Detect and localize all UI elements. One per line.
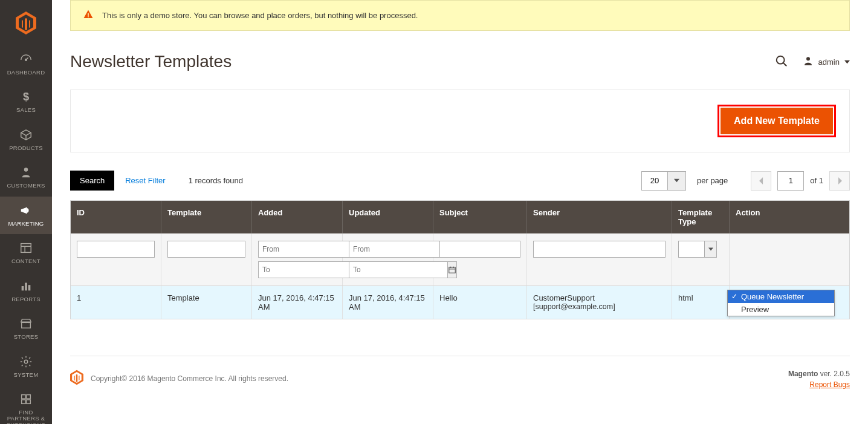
col-header-template[interactable]: Template (161, 201, 252, 233)
col-header-action: Action (730, 201, 849, 233)
svg-rect-12 (22, 400, 25, 403)
banner-text: This is only a demo store. You can brows… (102, 11, 418, 20)
nav-label: SYSTEM (14, 372, 39, 378)
demo-banner: This is only a demo store. You can brows… (70, 0, 850, 31)
nav-system[interactable]: SYSTEM (0, 348, 52, 385)
svg-rect-11 (27, 395, 30, 399)
gauge-icon (19, 53, 33, 66)
templates-grid: ID Template Added Updated Subject Sender… (70, 200, 850, 319)
sender-name: CustomerSupport (533, 293, 666, 302)
nav-label: REPORTS (11, 296, 40, 302)
storefront-icon (19, 317, 33, 330)
col-header-updated[interactable]: Updated (343, 201, 433, 233)
add-new-template-button[interactable]: Add New Template (721, 108, 833, 134)
copyright-text: Copyright© 2016 Magento Commerce Inc. Al… (91, 374, 288, 383)
svg-point-16 (776, 56, 784, 64)
next-page-button[interactable] (829, 171, 850, 191)
cell-template: Template (161, 286, 252, 319)
magento-logo-small (70, 370, 83, 387)
perpage-input[interactable] (641, 171, 668, 191)
page-title: Newsletter Templates (70, 52, 232, 71)
search-button[interactable]: Search (70, 171, 114, 191)
page-actions: Add New Template (70, 90, 850, 152)
svg-rect-6 (22, 286, 24, 290)
filter-updated-to-input[interactable] (349, 261, 447, 278)
svg-rect-7 (25, 282, 27, 290)
nav-dashboard[interactable]: DASHBOARD (0, 45, 52, 83)
action-dropdown[interactable]: Queue Newsletter Preview (727, 290, 835, 316)
megaphone-icon (19, 204, 33, 217)
filter-id-input[interactable] (77, 241, 155, 258)
nav-label: SALES (16, 107, 36, 113)
svg-rect-13 (27, 400, 30, 403)
svg-text:$: $ (23, 90, 29, 103)
user-menu[interactable]: admin (803, 56, 850, 68)
page-input[interactable] (777, 171, 804, 191)
footer-brand: Magento (788, 370, 818, 378)
filter-sender-input[interactable] (533, 241, 666, 258)
nav-label: FIND PARTNERS & EXTENSIONS (2, 409, 50, 424)
nav-stores[interactable]: STORES (0, 310, 52, 347)
chevron-down-icon (844, 57, 850, 67)
col-header-id[interactable]: ID (71, 201, 161, 233)
col-header-added[interactable]: Added (252, 201, 343, 233)
footer-version: ver. 2.0.5 (818, 370, 850, 378)
svg-rect-15 (88, 16, 89, 18)
global-search-icon[interactable] (775, 54, 788, 70)
grid-filter-row (71, 233, 849, 286)
svg-point-9 (24, 360, 28, 364)
nav-products[interactable]: PRODUCTS (0, 121, 52, 158)
action-option-queue[interactable]: Queue Newsletter (728, 290, 834, 303)
nav-label: STORES (14, 334, 39, 340)
records-found: 1 records found (189, 176, 243, 185)
table-row[interactable]: 1 Template Jun 17, 2016, 4:47:15 AM Jun … (71, 286, 849, 319)
svg-rect-10 (22, 395, 25, 399)
action-option-preview[interactable]: Preview (728, 303, 834, 316)
layout-icon (19, 241, 33, 255)
filter-template-input[interactable] (167, 241, 245, 258)
nav-sales[interactable]: $ SALES (0, 83, 52, 120)
col-header-sender[interactable]: Sender (527, 201, 672, 233)
nav-customers[interactable]: CUSTOMERS (0, 158, 52, 196)
col-header-type[interactable]: Template Type (672, 201, 730, 233)
report-bugs-link[interactable]: Report Bugs (788, 380, 850, 389)
magento-logo[interactable] (0, 0, 52, 45)
user-label: admin (818, 57, 840, 67)
gear-icon (19, 355, 33, 368)
filter-added-from-input[interactable] (258, 241, 357, 258)
nav-label: CONTENT (11, 258, 40, 264)
perpage-dropdown-button[interactable] (668, 171, 686, 191)
nav-label: CUSTOMERS (7, 183, 45, 189)
filter-added-to-input[interactable] (258, 261, 357, 278)
filter-type-select[interactable] (678, 241, 705, 258)
svg-rect-8 (28, 285, 31, 290)
prev-page-button[interactable] (751, 171, 771, 191)
nav-marketing[interactable]: MARKETING (0, 197, 52, 234)
perpage-label: per page (697, 176, 728, 185)
nav-reports[interactable]: REPORTS (0, 272, 52, 310)
reset-filter-link[interactable]: Reset Filter (125, 176, 165, 185)
cell-id: 1 (71, 286, 161, 319)
box-icon (19, 128, 33, 142)
admin-sidebar: DASHBOARD $ SALES PRODUCTS CUSTOMERS MAR… (0, 0, 52, 424)
cell-updated: Jun 17, 2016, 4:47:15 AM (343, 286, 433, 319)
cell-subject: Hello (433, 286, 527, 319)
person-icon (19, 166, 33, 179)
cell-added: Jun 17, 2016, 4:47:15 AM (252, 286, 343, 319)
col-header-subject[interactable]: Subject (433, 201, 527, 233)
of-label: of 1 (810, 176, 823, 185)
nav-partners[interactable]: FIND PARTNERS & EXTENSIONS (0, 385, 52, 424)
filter-type-dropdown[interactable] (705, 241, 717, 258)
nav-label: DASHBOARD (7, 70, 45, 76)
filter-subject-input[interactable] (439, 241, 520, 258)
svg-point-18 (806, 57, 810, 60)
user-icon (803, 56, 814, 68)
svg-rect-14 (88, 13, 89, 16)
nav-label: MARKETING (8, 221, 44, 227)
filter-updated-from-input[interactable] (349, 241, 447, 258)
svg-point-2 (24, 168, 28, 172)
add-template-highlight: Add New Template (717, 105, 836, 137)
cell-action: Queue Newsletter Preview (730, 286, 849, 319)
svg-rect-3 (21, 244, 31, 253)
nav-content[interactable]: CONTENT (0, 234, 52, 272)
